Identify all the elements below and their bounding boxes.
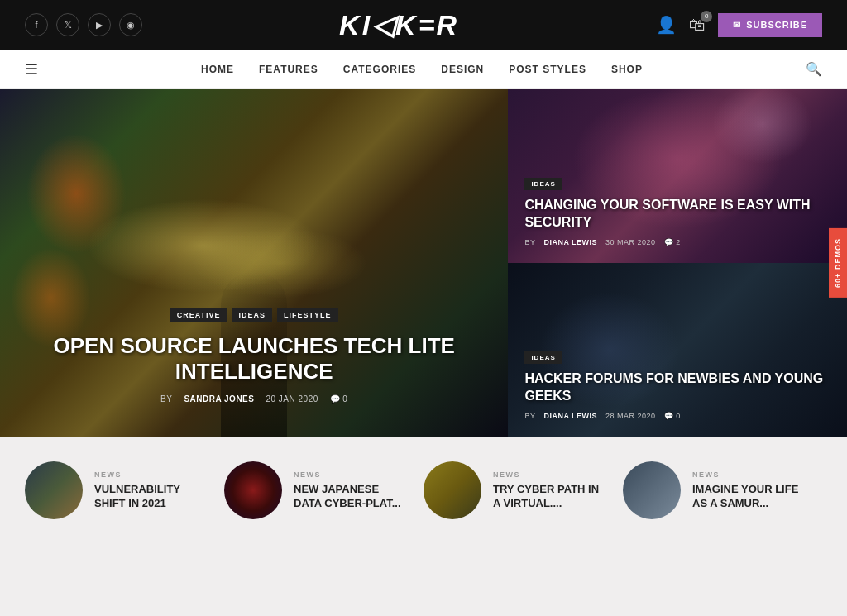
articles-section: NEWS VULNERABILITY SHIFT IN 2021 NEWS NE… (0, 437, 847, 536)
subscribe-button[interactable]: ✉ SUBSCRIBE (718, 13, 822, 37)
article-category-1: NEWS (294, 470, 407, 479)
site-logo[interactable]: KI◁K=R (339, 7, 459, 42)
hero-meta: BY SANDRA JONES 20 JAN 2020 💬 0 (25, 394, 483, 404)
nav-shop[interactable]: SHOP (611, 64, 643, 75)
article-item-0[interactable]: NEWS VULNERABILITY SHIFT IN 2021 (25, 461, 224, 519)
article-title-2: TRY CYBER PATH IN A VIRTUAL.... (493, 483, 606, 511)
article-item-1[interactable]: NEWS NEW JAPANESE DATA CYBER-PLAT... (224, 461, 424, 519)
hero-content: CREATIVE IDEAS LIFESTYLE OPEN SOURCE LAU… (0, 308, 508, 404)
article-info-1: NEWS NEW JAPANESE DATA CYBER-PLAT... (294, 470, 407, 511)
hero-right: IDEAS CHANGING YOUR SOFTWARE IS EASY WIT… (508, 89, 847, 437)
top-bar: f 𝕏 ▶ ◉ KI◁K=R 👤 🛍 0 ✉ SUBSCRIBE (0, 0, 847, 50)
cart-badge: 0 (701, 11, 712, 22)
card1-meta: BY DIANA LEWIS 30 MAR 2020 💬 2 (524, 238, 830, 246)
article-thumb-0 (25, 461, 83, 519)
comment-bubble-icon: 💬 (330, 394, 341, 404)
hero-title: OPEN SOURCE LAUNCHES TECH LITE INTELLIGE… (25, 333, 483, 384)
card2-tag: IDEAS (524, 351, 562, 364)
card1-content: IDEAS CHANGING YOUR SOFTWARE IS EASY WIT… (508, 174, 847, 246)
article-item-2[interactable]: NEWS TRY CYBER PATH IN A VIRTUAL.... (424, 461, 623, 519)
twitter-icon[interactable]: 𝕏 (56, 13, 79, 36)
article-title-3: IMAGINE YOUR LIFE AS A SAMUR... (692, 483, 806, 511)
facebook-icon[interactable]: f (25, 13, 48, 36)
card1-tag: IDEAS (524, 178, 562, 190)
article-thumb-1 (224, 461, 282, 519)
nav-features[interactable]: FEATURES (259, 64, 318, 75)
hero-by: BY (160, 394, 172, 404)
card1-title: CHANGING YOUR SOFTWARE IS EASY WITH SECU… (524, 197, 830, 232)
article-thumb-3 (623, 461, 681, 519)
card2-comments: 💬 0 (664, 412, 681, 420)
card2-title: HACKER FORUMS FOR NEWBIES AND YOUNG GEEK… (524, 370, 830, 405)
search-icon[interactable]: 🔍 (806, 61, 822, 77)
social-icons: f 𝕏 ▶ ◉ (25, 13, 142, 36)
hero-card-bottom[interactable]: IDEAS HACKER FORUMS FOR NEWBIES AND YOUN… (508, 263, 847, 437)
article-item-3[interactable]: NEWS IMAGINE YOUR LIFE AS A SAMUR... (623, 461, 822, 519)
nav-categories[interactable]: CATEGORIES (343, 64, 416, 75)
hero-main[interactable]: CREATIVE IDEAS LIFESTYLE OPEN SOURCE LAU… (0, 89, 508, 437)
hero-section: CREATIVE IDEAS LIFESTYLE OPEN SOURCE LAU… (0, 89, 847, 437)
article-info-3: NEWS IMAGINE YOUR LIFE AS A SAMUR... (692, 470, 806, 511)
tag-ideas[interactable]: IDEAS (232, 308, 273, 322)
hero-comments: 💬 0 (330, 394, 348, 404)
hero-tags: CREATIVE IDEAS LIFESTYLE (25, 308, 483, 322)
youtube-icon[interactable]: ▶ (88, 13, 111, 36)
nav-bar: ☰ HOME FEATURES CATEGORIES DESIGN POST S… (0, 50, 847, 89)
article-category-0: NEWS (94, 470, 208, 479)
article-category-2: NEWS (493, 470, 606, 479)
hero-date: 20 JAN 2020 (266, 394, 318, 404)
nav-design[interactable]: DESIGN (441, 64, 484, 75)
user-icon[interactable]: 👤 (656, 15, 677, 35)
cart-icon[interactable]: 🛍 0 (689, 16, 706, 35)
tag-creative[interactable]: CREATIVE (170, 308, 227, 322)
hamburger-icon[interactable]: ☰ (25, 60, 38, 79)
instagram-icon[interactable]: ◉ (119, 13, 142, 36)
demos-tab[interactable]: 60+ Demos (829, 228, 847, 298)
article-info-0: NEWS VULNERABILITY SHIFT IN 2021 (94, 470, 208, 511)
card2-meta: BY DIANA LEWIS 28 MAR 2020 💬 0 (524, 412, 830, 420)
nav-post-styles[interactable]: POST STYLES (509, 64, 586, 75)
article-thumb-2 (424, 461, 481, 519)
tag-lifestyle[interactable]: LIFESTYLE (277, 308, 338, 322)
card2-content: IDEAS HACKER FORUMS FOR NEWBIES AND YOUN… (508, 348, 847, 420)
article-title-1: NEW JAPANESE DATA CYBER-PLAT... (294, 483, 407, 511)
subscribe-icon: ✉ (733, 20, 741, 31)
hero-author: SANDRA JONES (184, 394, 254, 404)
article-title-0: VULNERABILITY SHIFT IN 2021 (94, 483, 208, 511)
top-right-actions: 👤 🛍 0 ✉ SUBSCRIBE (656, 13, 822, 37)
nav-home[interactable]: HOME (201, 64, 234, 75)
nav-links: HOME FEATURES CATEGORIES DESIGN POST STY… (201, 64, 643, 75)
article-info-2: NEWS TRY CYBER PATH IN A VIRTUAL.... (493, 470, 606, 511)
article-category-3: NEWS (692, 470, 806, 479)
card1-comments: 💬 2 (664, 238, 681, 246)
hero-card-top[interactable]: IDEAS CHANGING YOUR SOFTWARE IS EASY WIT… (508, 89, 847, 263)
